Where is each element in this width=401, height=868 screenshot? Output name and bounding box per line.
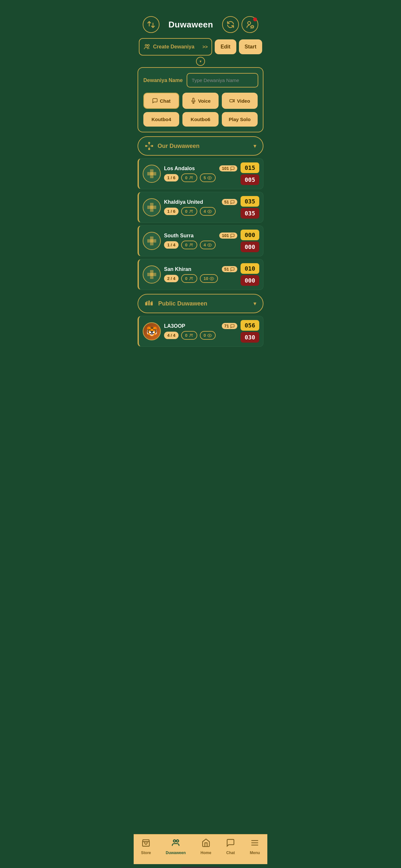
chat-mode-button[interactable]: Chat — [143, 93, 179, 109]
refresh-button[interactable] — [222, 16, 239, 33]
card-body-la3oop: LA3OOP 71 4 / 4 0 — [164, 323, 237, 340]
svg-point-44 — [211, 278, 212, 279]
card-avatar-san-khiran — [143, 266, 161, 283]
groups-icon-3 — [189, 243, 193, 247]
our-duwaween-chevron: ▾ — [253, 143, 256, 150]
score-yellow-khaldiya: 035 — [241, 196, 259, 207]
score-yellow-los-andalos: 015 — [241, 162, 259, 173]
nav-item-duwaween[interactable]: Duwaween — [163, 838, 188, 855]
create-panel: Dewaniya Name Chat Voice — [137, 67, 264, 132]
svg-rect-48 — [149, 301, 150, 302]
score-red-south-surra: 000 — [241, 242, 259, 252]
nav-item-home[interactable]: Home — [198, 838, 214, 855]
duwaween-nav-icon — [171, 838, 180, 849]
public-duwaween-title: Public Duwaween — [158, 300, 250, 307]
nav-item-menu[interactable]: Menu — [247, 838, 263, 855]
players-stat-los-andalos: 1 / 6 — [164, 174, 179, 182]
groups-icon-5 — [189, 333, 193, 338]
card-body-south-surra: South Surra 101 1 / 4 0 — [164, 232, 237, 249]
svg-rect-49 — [150, 302, 153, 306]
card-scores-south-surra: 000 000 — [241, 229, 259, 252]
card-name-los-andalos: Los Andalos — [164, 166, 217, 172]
create-dewaniya-button[interactable]: Create Dewaniya >> — [139, 38, 212, 56]
groups-stat-khaldiya: 0 — [181, 207, 197, 216]
koutbo6-label: Koutbo6 — [191, 117, 211, 122]
viewers-icon-5 — [207, 333, 212, 338]
card-name-la3oop: LA3OOP — [164, 323, 219, 329]
profile-settings-button[interactable] — [242, 16, 258, 33]
score-red-san-khiran: 000 — [241, 275, 259, 286]
svg-rect-14 — [147, 172, 150, 176]
chat-badge-icon-5 — [230, 324, 235, 329]
svg-rect-29 — [150, 237, 154, 239]
play-solo-button[interactable]: Play Solo — [222, 112, 258, 127]
svg-point-52 — [191, 334, 193, 335]
dewaniya-emblem-icon-4 — [147, 269, 157, 280]
nav-label-home: Home — [201, 850, 211, 855]
duwaween-card-san-khiran[interactable]: San Khiran 51 2 / 4 0 — [137, 259, 264, 290]
svg-rect-31 — [153, 239, 156, 243]
svg-rect-8 — [148, 148, 150, 150]
svg-rect-39 — [153, 273, 156, 276]
video-mode-button[interactable]: Video — [222, 93, 258, 109]
card-scores-los-andalos: 015 005 — [241, 162, 259, 185]
public-duwaween-list: 🐯 LA3OOP 71 4 / 4 0 — [137, 316, 264, 347]
chat-nav-icon — [226, 838, 235, 849]
koutbo4-button[interactable]: Koutbo4 — [143, 112, 179, 127]
our-duwaween-icon — [145, 142, 154, 151]
viewers-icon-2 — [207, 209, 212, 214]
duwaween-card-khaldiya-united[interactable]: Khaldiya United 51 1 / 6 0 — [137, 192, 264, 223]
groups-stat-south-surra: 0 — [181, 241, 197, 249]
svg-rect-32 — [150, 243, 154, 245]
svg-point-2 — [145, 44, 147, 46]
profile-settings-icon — [245, 20, 254, 29]
score-yellow-la3oop: 056 — [241, 320, 259, 331]
svg-point-53 — [209, 335, 210, 336]
voice-mode-button[interactable]: Voice — [182, 93, 218, 109]
svg-point-18 — [190, 176, 191, 178]
svg-point-19 — [191, 176, 193, 178]
edit-button[interactable]: Edit — [215, 39, 236, 54]
home-indicator-bar — [181, 867, 220, 868]
dewaniya-name-label: Dewaniya Name — [143, 78, 183, 83]
card-body-san-khiran: San Khiran 51 2 / 4 0 — [164, 266, 237, 283]
voice-mode-label: Voice — [198, 98, 211, 104]
groups-icon — [189, 176, 193, 180]
public-duwaween-chevron: ▾ — [253, 300, 256, 307]
swap-icon-button[interactable] — [143, 16, 159, 33]
duwaween-card-los-andalos[interactable]: Los Andalos 101 1 / 6 0 — [137, 158, 264, 189]
chat-badge-khaldiya: 51 — [222, 199, 237, 205]
card-name-south-surra: South Surra — [164, 233, 217, 239]
duwaween-card-south-surra[interactable]: South Surra 101 1 / 4 0 — [137, 225, 264, 256]
our-duwaween-section-header[interactable]: Our Duwaween ▾ — [137, 136, 264, 156]
players-stat-la3oop: 4 / 4 — [164, 332, 179, 339]
nav-item-chat[interactable]: Chat — [223, 838, 238, 855]
svg-rect-46 — [146, 301, 148, 302]
score-red-los-andalos: 005 — [241, 175, 259, 185]
score-yellow-san-khiran: 010 — [241, 263, 259, 274]
start-button[interactable]: Start — [239, 39, 262, 54]
collapse-toggle[interactable]: ▾ — [196, 57, 205, 66]
svg-point-27 — [191, 210, 193, 211]
svg-rect-15 — [153, 172, 156, 176]
card-scores-san-khiran: 010 000 — [241, 263, 259, 286]
groups-icon-2 — [189, 209, 193, 214]
viewers-stat-khaldiya: 4 — [200, 207, 216, 216]
viewers-icon-4 — [210, 276, 214, 281]
dewaniya-name-input[interactable] — [187, 73, 258, 88]
duwaween-card-la3oop[interactable]: 🐯 LA3OOP 71 4 / 4 0 — [137, 316, 264, 347]
swap-icon — [147, 20, 156, 29]
nav-item-store[interactable]: Store — [138, 838, 154, 855]
svg-rect-37 — [150, 270, 154, 273]
mode-grid: Chat Voice Video Koutbo4 Koutbo6 — [143, 93, 258, 127]
svg-point-34 — [190, 244, 191, 245]
svg-point-51 — [190, 334, 191, 335]
chat-badge-los-andalos: 101 — [219, 165, 237, 172]
dewaniya-emblem-icon-3 — [147, 236, 157, 246]
public-duwaween-section-header[interactable]: Public Duwaween ▾ — [137, 294, 264, 313]
groups-stat-los-andalos: 0 — [181, 174, 197, 182]
svg-point-55 — [177, 840, 179, 842]
refresh-icon — [226, 20, 235, 29]
koutbo6-button[interactable]: Koutbo6 — [182, 112, 218, 127]
public-duwaween-icon — [145, 299, 154, 308]
